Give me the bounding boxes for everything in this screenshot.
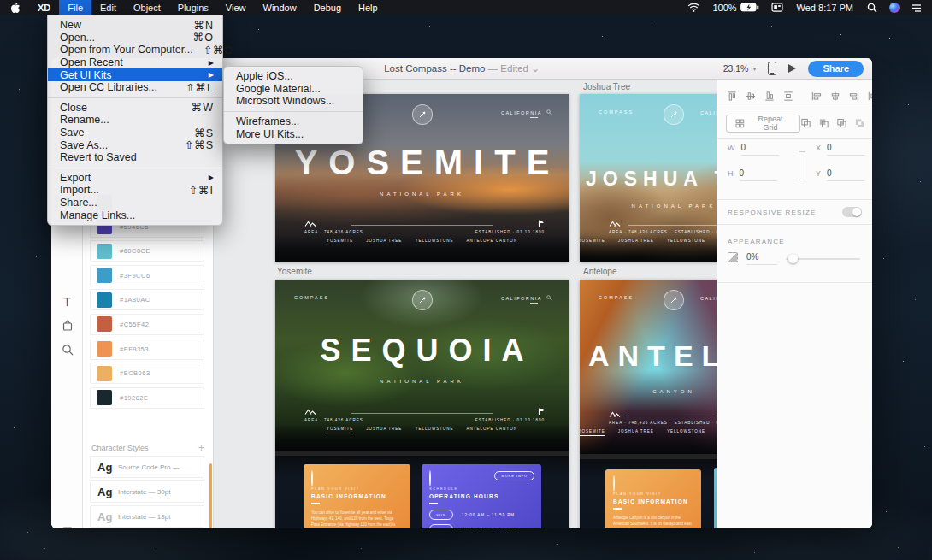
title-chevron-icon[interactable]: ⌄ xyxy=(531,63,540,74)
spotlight-menu-extra[interactable] xyxy=(864,0,881,15)
link-dimensions-icon[interactable] xyxy=(799,151,805,180)
file-menu-item-new[interactable]: New⌘N xyxy=(48,19,222,32)
responsive-resize-toggle[interactable] xyxy=(842,207,862,217)
menu-item-label: New xyxy=(60,19,183,31)
share-button[interactable]: Share xyxy=(808,61,864,77)
color-asset-ef9353[interactable]: #EF9353 xyxy=(90,339,204,360)
align-top-icon[interactable] xyxy=(726,91,737,102)
file-menu-item-revert-to-saved[interactable]: Revert to Saved xyxy=(48,151,222,164)
menu-bar-item-edit[interactable]: Edit xyxy=(91,0,125,15)
card-title: OPERATING HOURS xyxy=(429,493,534,499)
field-label: X xyxy=(816,144,821,152)
menu-bar-clock[interactable]: Wed 8:17 PM xyxy=(792,3,858,13)
align-center-horizontal-icon[interactable] xyxy=(829,91,841,102)
device-preview-icon[interactable] xyxy=(768,62,776,75)
align-right-icon[interactable] xyxy=(848,91,859,102)
file-menu-item-get-ui-kits[interactable]: Get UI Kits▶ xyxy=(48,68,222,81)
file-menu-item-import[interactable]: Import...⇧⌘I xyxy=(48,184,222,197)
siri-menu-extra[interactable] xyxy=(886,0,903,15)
distribute-vertical-icon[interactable] xyxy=(782,91,793,102)
artboard-tool[interactable] xyxy=(51,315,83,336)
color-asset-1a80ac[interactable]: #1A80AC xyxy=(90,289,204,310)
style-sample-glyph: Ag xyxy=(97,461,118,474)
character-style-item-2[interactable]: AgInterstate — 18pt xyxy=(90,505,204,528)
boolean-intersect-icon[interactable] xyxy=(836,118,847,129)
file-menu-item-manage-links[interactable]: Manage Links... xyxy=(48,209,222,221)
field-input[interactable]: 0 xyxy=(740,168,777,181)
file-menu-item-export[interactable]: Export▶ xyxy=(48,172,222,185)
color-swatch xyxy=(97,366,112,381)
field-input[interactable]: 0 xyxy=(827,168,864,181)
slider-knob[interactable] xyxy=(788,254,798,263)
color-asset-3f9cc6[interactable]: #3F9CC6 xyxy=(90,265,204,286)
menu-bar-item-debug[interactable]: Debug xyxy=(305,0,350,15)
ui-kits-item-google-material[interactable]: Google Material... xyxy=(224,83,363,96)
menu-bar-item-object[interactable]: Object xyxy=(125,0,169,15)
boolean-exclude-icon[interactable] xyxy=(854,118,865,129)
field-input[interactable]: 0 xyxy=(827,143,864,156)
desktop-preview-icon[interactable] xyxy=(788,64,796,73)
align-bottom-icon[interactable] xyxy=(764,91,775,102)
opacity-slider[interactable] xyxy=(786,258,860,260)
design-canvas[interactable]: COMPASSCALIFORNIAYOSEMITENATIONAL PARKAR… xyxy=(214,80,717,528)
add-style-button[interactable]: + xyxy=(198,442,204,454)
repeat-grid-button[interactable]: Repeat Grid xyxy=(726,115,800,133)
hours-row: SUN12:00 AM – 11:59 PM xyxy=(429,510,534,520)
zoom-control[interactable]: 23.1% ▾ xyxy=(723,63,757,74)
menu-item-label: Open... xyxy=(60,32,183,44)
file-menu-item-open-cc-libraries[interactable]: Open CC Libraries...⇧⌘L xyxy=(48,81,222,94)
distribute-horizontal-icon[interactable] xyxy=(867,91,872,102)
file-menu-item-share[interactable]: Share... xyxy=(48,197,222,209)
color-asset-19282e[interactable]: #19282E xyxy=(90,387,204,409)
boolean-add-icon[interactable] xyxy=(800,118,811,129)
file-menu-item-open[interactable]: Open...⌘O xyxy=(48,32,222,44)
menu-bar-item-window[interactable]: Window xyxy=(255,0,305,15)
hero-nav: YOSEMITEJOSHUA TREEYELLOWSTONEANTELOPE C… xyxy=(275,239,569,245)
color-asset-ecb063[interactable]: #ECB063 xyxy=(90,363,204,384)
menu-bar-item-help[interactable]: Help xyxy=(350,0,386,15)
file-menu-item-open-recent[interactable]: Open Recent▶ xyxy=(48,56,222,69)
apple-menu[interactable] xyxy=(0,0,29,15)
color-asset-60c0ce[interactable]: #60C0CE xyxy=(90,240,204,262)
battery-menu-extra[interactable]: 100% xyxy=(709,0,762,15)
artboard-label-joshua[interactable]: Joshua Tree xyxy=(583,82,630,91)
file-menu-item-rename[interactable]: Rename... xyxy=(48,114,222,127)
color-asset-c55f42[interactable]: #C55F42 xyxy=(90,314,204,335)
opacity-input[interactable]: 0% xyxy=(746,252,777,265)
artboard-joshua[interactable]: COMPASSCALIFORNIAJOSHUA TREENATIONAL PAR… xyxy=(580,94,717,262)
field-input[interactable]: 0 xyxy=(741,143,779,156)
file-menu-item-save[interactable]: Save⌘S xyxy=(48,127,222,139)
transform-fields: W0X0H0Y0 xyxy=(728,143,864,192)
wifi-menu-extra[interactable] xyxy=(684,0,704,15)
notification-list-icon xyxy=(911,3,922,12)
character-style-item-1[interactable]: AgInterstate — 30pt xyxy=(90,480,204,503)
display-menu-extra[interactable] xyxy=(768,0,787,15)
more-info-button[interactable]: MORE INFO xyxy=(494,471,534,480)
ui-kits-item-wireframes[interactable]: Wireframes... xyxy=(224,115,363,128)
zoom-tool[interactable] xyxy=(51,339,83,360)
align-left-icon[interactable] xyxy=(811,91,822,102)
ui-kits-item-microsoft-windows[interactable]: Microsoft Windows... xyxy=(224,95,363,108)
file-menu-item-save-as[interactable]: Save As...⇧⌘S xyxy=(48,139,222,151)
artboard-sequoia[interactable]: COMPASSCALIFORNIASEQUOIANATIONAL PARKARE… xyxy=(275,280,569,528)
text-tool[interactable]: T xyxy=(51,292,83,312)
file-menu-item-open-from-your-computer[interactable]: Open from Your Computer...⇧⌘O xyxy=(48,44,222,56)
menu-bar-item-view[interactable]: View xyxy=(217,0,255,15)
ui-kits-item-more-ui-kits[interactable]: More UI Kits... xyxy=(224,127,363,140)
flag-icon xyxy=(538,403,545,417)
card-title: BASIC INFORMATION xyxy=(311,493,403,499)
boolean-subtract-icon[interactable] xyxy=(818,118,829,129)
menu-bar-app-name[interactable]: XD xyxy=(29,3,59,13)
artboard-antelope[interactable]: COMPASSCALIFORNIAANTELOPECANYONAREA · 74… xyxy=(580,280,717,528)
artboard-label-sequoia[interactable]: Yosemite xyxy=(277,267,312,276)
canvas-tool[interactable] xyxy=(51,522,83,528)
file-menu-item-close[interactable]: Close⌘W xyxy=(48,102,222,115)
scroll-indicator[interactable] xyxy=(209,463,212,528)
character-style-item-0[interactable]: AgSource Code Pro —... xyxy=(90,456,204,478)
align-middle-vertical-icon[interactable] xyxy=(745,91,756,102)
menu-bar-item-plugins[interactable]: Plugins xyxy=(169,0,217,15)
artboard-label-antelope[interactable]: Antelope xyxy=(583,267,616,276)
notification-center-extra[interactable] xyxy=(908,0,925,15)
menu-bar-item-file[interactable]: File xyxy=(59,0,91,15)
ui-kits-item-apple-ios[interactable]: Apple iOS... xyxy=(224,70,363,83)
